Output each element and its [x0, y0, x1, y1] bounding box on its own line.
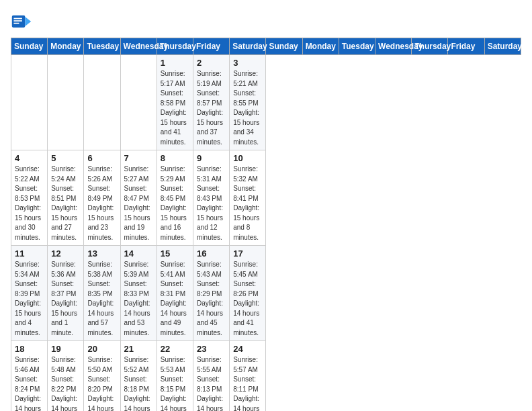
cell-info: Sunrise: 5:46 AM Sunset: 8:24 PM Dayligh… [15, 355, 44, 411]
calendar-table: SundayMondayTuesdayWednesdayThursdayFrid… [11, 38, 521, 411]
calendar-cell: 8Sunrise: 5:29 AM Sunset: 8:45 PM Daylig… [157, 150, 193, 246]
cell-info: Sunrise: 5:26 AM Sunset: 8:49 PM Dayligh… [87, 165, 116, 242]
calendar-cell [84, 55, 120, 150]
calendar-cell: 20Sunrise: 5:50 AM Sunset: 8:20 PM Dayli… [84, 341, 120, 412]
calendar-cell: 3Sunrise: 5:21 AM Sunset: 8:55 PM Daylig… [230, 55, 266, 150]
logo [11, 11, 35, 32]
cell-info: Sunrise: 5:17 AM Sunset: 8:58 PM Dayligh… [161, 69, 189, 147]
cell-info: Sunrise: 5:53 AM Sunset: 8:15 PM Dayligh… [161, 355, 189, 411]
calendar-cell: 9Sunrise: 5:31 AM Sunset: 8:43 PM Daylig… [193, 150, 230, 246]
header-tuesday: Tuesday [339, 38, 375, 55]
header-day-tuesday: Tuesday [84, 38, 120, 55]
cell-info: Sunrise: 5:27 AM Sunset: 8:47 PM Dayligh… [124, 165, 153, 242]
day-number: 6 [87, 153, 116, 163]
header-wednesday: Wednesday [375, 38, 412, 55]
header-day-wednesday: Wednesday [120, 38, 157, 55]
cell-info: Sunrise: 5:34 AM Sunset: 8:39 PM Dayligh… [15, 260, 44, 338]
cell-info: Sunrise: 5:52 AM Sunset: 8:18 PM Dayligh… [124, 355, 153, 411]
calendar-week-2: 4Sunrise: 5:22 AM Sunset: 8:53 PM Daylig… [11, 150, 521, 246]
calendar-cell: 11Sunrise: 5:34 AM Sunset: 8:39 PM Dayli… [11, 246, 48, 341]
header-monday: Monday [302, 38, 339, 55]
cell-info: Sunrise: 5:24 AM Sunset: 8:51 PM Dayligh… [51, 165, 80, 242]
header-day-saturday: Saturday [230, 38, 266, 55]
day-number: 16 [197, 248, 226, 259]
day-number: 1 [161, 58, 189, 68]
calendar-cell: 13Sunrise: 5:38 AM Sunset: 8:35 PM Dayli… [84, 246, 120, 341]
page-header [11, 11, 521, 32]
cell-info: Sunrise: 5:48 AM Sunset: 8:22 PM Dayligh… [51, 355, 80, 411]
cell-info: Sunrise: 5:21 AM Sunset: 8:55 PM Dayligh… [233, 69, 262, 147]
cell-info: Sunrise: 5:38 AM Sunset: 8:35 PM Dayligh… [87, 260, 116, 338]
cell-info: Sunrise: 5:39 AM Sunset: 8:33 PM Dayligh… [124, 260, 153, 338]
day-number: 14 [124, 248, 153, 259]
day-number: 15 [161, 248, 189, 259]
day-number: 9 [197, 153, 226, 163]
day-number: 2 [197, 58, 226, 68]
cell-info: Sunrise: 5:19 AM Sunset: 8:57 PM Dayligh… [197, 69, 226, 147]
cell-info: Sunrise: 5:22 AM Sunset: 8:53 PM Dayligh… [15, 165, 44, 242]
cell-info: Sunrise: 5:45 AM Sunset: 8:26 PM Dayligh… [233, 260, 262, 338]
day-number: 17 [233, 248, 262, 259]
calendar-cell: 4Sunrise: 5:22 AM Sunset: 8:53 PM Daylig… [11, 150, 48, 246]
day-number: 12 [51, 248, 80, 259]
cell-info: Sunrise: 5:55 AM Sunset: 8:13 PM Dayligh… [197, 355, 226, 411]
calendar-week-3: 11Sunrise: 5:34 AM Sunset: 8:39 PM Dayli… [11, 246, 521, 341]
header-day-monday: Monday [48, 38, 84, 55]
calendar-cell: 6Sunrise: 5:26 AM Sunset: 8:49 PM Daylig… [84, 150, 120, 246]
svg-rect-4 [13, 23, 19, 24]
header-day-friday: Friday [193, 38, 230, 55]
header-sunday: Sunday [266, 38, 302, 55]
calendar-cell: 19Sunrise: 5:48 AM Sunset: 8:22 PM Dayli… [48, 341, 84, 412]
header-saturday: Saturday [484, 38, 521, 55]
svg-rect-2 [13, 18, 21, 19]
calendar-cell: 12Sunrise: 5:36 AM Sunset: 8:37 PM Dayli… [48, 246, 84, 341]
day-number: 23 [197, 344, 226, 354]
day-number: 21 [124, 344, 153, 354]
calendar-cell [11, 55, 48, 150]
cell-info: Sunrise: 5:36 AM Sunset: 8:37 PM Dayligh… [51, 260, 80, 338]
calendar-week-4: 18Sunrise: 5:46 AM Sunset: 8:24 PM Dayli… [11, 341, 521, 412]
cell-info: Sunrise: 5:43 AM Sunset: 8:29 PM Dayligh… [197, 260, 226, 338]
calendar-cell: 1Sunrise: 5:17 AM Sunset: 8:58 PM Daylig… [157, 55, 193, 150]
day-number: 19 [51, 344, 80, 354]
calendar-cell: 5Sunrise: 5:24 AM Sunset: 8:51 PM Daylig… [48, 150, 84, 246]
cell-info: Sunrise: 5:50 AM Sunset: 8:20 PM Dayligh… [87, 355, 116, 411]
calendar-cell: 21Sunrise: 5:52 AM Sunset: 8:18 PM Dayli… [120, 341, 157, 412]
calendar-cell: 24Sunrise: 5:57 AM Sunset: 8:11 PM Dayli… [230, 341, 266, 412]
day-number: 20 [87, 344, 116, 354]
day-number: 18 [15, 344, 44, 354]
calendar-cell: 23Sunrise: 5:55 AM Sunset: 8:13 PM Dayli… [193, 341, 230, 412]
calendar-cell: 2Sunrise: 5:19 AM Sunset: 8:57 PM Daylig… [193, 55, 230, 150]
calendar-cell: 17Sunrise: 5:45 AM Sunset: 8:26 PM Dayli… [230, 246, 266, 341]
day-number: 13 [87, 248, 116, 259]
calendar-week-1: 1Sunrise: 5:17 AM Sunset: 8:58 PM Daylig… [11, 55, 521, 150]
cell-info: Sunrise: 5:57 AM Sunset: 8:11 PM Dayligh… [233, 355, 262, 411]
cell-info: Sunrise: 5:31 AM Sunset: 8:43 PM Dayligh… [197, 165, 226, 242]
svg-rect-3 [13, 20, 21, 21]
header-thursday: Thursday [412, 38, 448, 55]
day-number: 22 [161, 344, 189, 354]
cell-info: Sunrise: 5:29 AM Sunset: 8:45 PM Dayligh… [161, 165, 189, 242]
logo-icon [11, 11, 32, 32]
day-number: 5 [51, 153, 80, 163]
day-number: 10 [233, 153, 262, 163]
calendar-cell: 7Sunrise: 5:27 AM Sunset: 8:47 PM Daylig… [120, 150, 157, 246]
day-number: 11 [15, 248, 44, 259]
day-number: 4 [15, 153, 44, 163]
calendar-cell: 16Sunrise: 5:43 AM Sunset: 8:29 PM Dayli… [193, 246, 230, 341]
header-day-sunday: Sunday [11, 38, 48, 55]
day-number: 7 [124, 153, 153, 163]
header-friday: Friday [448, 38, 484, 55]
day-number: 24 [233, 344, 262, 354]
calendar-cell: 15Sunrise: 5:41 AM Sunset: 8:31 PM Dayli… [157, 246, 193, 341]
calendar-cell [120, 55, 157, 150]
day-number: 8 [161, 153, 189, 163]
cell-info: Sunrise: 5:32 AM Sunset: 8:41 PM Dayligh… [233, 165, 262, 242]
calendar-cell: 14Sunrise: 5:39 AM Sunset: 8:33 PM Dayli… [120, 246, 157, 341]
calendar-cell: 22Sunrise: 5:53 AM Sunset: 8:15 PM Dayli… [157, 341, 193, 412]
calendar-cell: 10Sunrise: 5:32 AM Sunset: 8:41 PM Dayli… [230, 150, 266, 246]
header-day-thursday: Thursday [157, 38, 193, 55]
svg-marker-1 [25, 17, 31, 26]
day-number: 3 [233, 58, 262, 68]
calendar-cell: 18Sunrise: 5:46 AM Sunset: 8:24 PM Dayli… [11, 341, 48, 412]
